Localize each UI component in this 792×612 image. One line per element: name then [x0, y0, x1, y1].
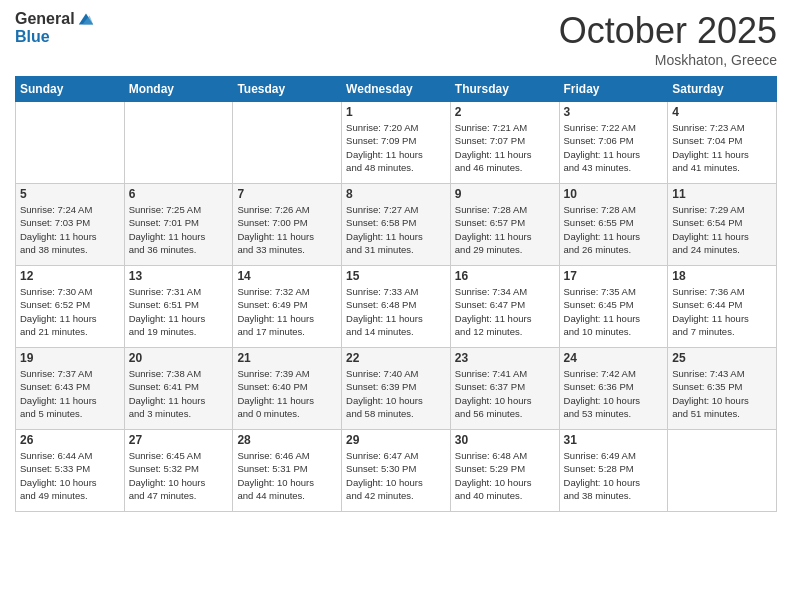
day-info: Sunrise: 7:25 AM Sunset: 7:01 PM Dayligh…	[129, 203, 229, 256]
day-number: 15	[346, 269, 446, 283]
calendar-cell-0-6: 4Sunrise: 7:23 AM Sunset: 7:04 PM Daylig…	[668, 102, 777, 184]
day-info: Sunrise: 6:48 AM Sunset: 5:29 PM Dayligh…	[455, 449, 555, 502]
calendar-cell-4-1: 27Sunrise: 6:45 AM Sunset: 5:32 PM Dayli…	[124, 430, 233, 512]
header: General Blue October 2025 Moskhaton, Gre…	[15, 10, 777, 68]
day-info: Sunrise: 7:28 AM Sunset: 6:57 PM Dayligh…	[455, 203, 555, 256]
calendar-cell-2-4: 16Sunrise: 7:34 AM Sunset: 6:47 PM Dayli…	[450, 266, 559, 348]
logo-icon	[77, 10, 95, 28]
day-info: Sunrise: 7:31 AM Sunset: 6:51 PM Dayligh…	[129, 285, 229, 338]
calendar-cell-3-0: 19Sunrise: 7:37 AM Sunset: 6:43 PM Dayli…	[16, 348, 125, 430]
day-number: 10	[564, 187, 664, 201]
title-block: October 2025 Moskhaton, Greece	[559, 10, 777, 68]
calendar-cell-4-3: 29Sunrise: 6:47 AM Sunset: 5:30 PM Dayli…	[342, 430, 451, 512]
day-number: 4	[672, 105, 772, 119]
day-number: 25	[672, 351, 772, 365]
week-row-0: 1Sunrise: 7:20 AM Sunset: 7:09 PM Daylig…	[16, 102, 777, 184]
logo: General Blue	[15, 10, 95, 46]
calendar-cell-0-5: 3Sunrise: 7:22 AM Sunset: 7:06 PM Daylig…	[559, 102, 668, 184]
day-info: Sunrise: 7:43 AM Sunset: 6:35 PM Dayligh…	[672, 367, 772, 420]
calendar-cell-4-5: 31Sunrise: 6:49 AM Sunset: 5:28 PM Dayli…	[559, 430, 668, 512]
calendar-cell-1-6: 11Sunrise: 7:29 AM Sunset: 6:54 PM Dayli…	[668, 184, 777, 266]
calendar-cell-4-2: 28Sunrise: 6:46 AM Sunset: 5:31 PM Dayli…	[233, 430, 342, 512]
day-info: Sunrise: 7:36 AM Sunset: 6:44 PM Dayligh…	[672, 285, 772, 338]
calendar-cell-3-4: 23Sunrise: 7:41 AM Sunset: 6:37 PM Dayli…	[450, 348, 559, 430]
week-row-2: 12Sunrise: 7:30 AM Sunset: 6:52 PM Dayli…	[16, 266, 777, 348]
calendar-cell-3-1: 20Sunrise: 7:38 AM Sunset: 6:41 PM Dayli…	[124, 348, 233, 430]
calendar-cell-0-0	[16, 102, 125, 184]
day-number: 16	[455, 269, 555, 283]
day-number: 26	[20, 433, 120, 447]
calendar-cell-1-3: 8Sunrise: 7:27 AM Sunset: 6:58 PM Daylig…	[342, 184, 451, 266]
day-info: Sunrise: 7:40 AM Sunset: 6:39 PM Dayligh…	[346, 367, 446, 420]
calendar-cell-1-4: 9Sunrise: 7:28 AM Sunset: 6:57 PM Daylig…	[450, 184, 559, 266]
day-info: Sunrise: 6:46 AM Sunset: 5:31 PM Dayligh…	[237, 449, 337, 502]
col-friday: Friday	[559, 77, 668, 102]
calendar-cell-1-0: 5Sunrise: 7:24 AM Sunset: 7:03 PM Daylig…	[16, 184, 125, 266]
day-number: 30	[455, 433, 555, 447]
col-monday: Monday	[124, 77, 233, 102]
day-number: 9	[455, 187, 555, 201]
calendar-cell-1-5: 10Sunrise: 7:28 AM Sunset: 6:55 PM Dayli…	[559, 184, 668, 266]
calendar-cell-2-2: 14Sunrise: 7:32 AM Sunset: 6:49 PM Dayli…	[233, 266, 342, 348]
day-number: 18	[672, 269, 772, 283]
calendar-cell-2-1: 13Sunrise: 7:31 AM Sunset: 6:51 PM Dayli…	[124, 266, 233, 348]
day-info: Sunrise: 6:44 AM Sunset: 5:33 PM Dayligh…	[20, 449, 120, 502]
day-number: 5	[20, 187, 120, 201]
day-info: Sunrise: 7:39 AM Sunset: 6:40 PM Dayligh…	[237, 367, 337, 420]
day-number: 12	[20, 269, 120, 283]
day-number: 8	[346, 187, 446, 201]
day-number: 27	[129, 433, 229, 447]
day-info: Sunrise: 7:22 AM Sunset: 7:06 PM Dayligh…	[564, 121, 664, 174]
col-sunday: Sunday	[16, 77, 125, 102]
day-number: 29	[346, 433, 446, 447]
day-info: Sunrise: 7:33 AM Sunset: 6:48 PM Dayligh…	[346, 285, 446, 338]
day-info: Sunrise: 7:26 AM Sunset: 7:00 PM Dayligh…	[237, 203, 337, 256]
calendar-cell-1-2: 7Sunrise: 7:26 AM Sunset: 7:00 PM Daylig…	[233, 184, 342, 266]
calendar-cell-0-2	[233, 102, 342, 184]
week-row-4: 26Sunrise: 6:44 AM Sunset: 5:33 PM Dayli…	[16, 430, 777, 512]
calendar-cell-3-2: 21Sunrise: 7:39 AM Sunset: 6:40 PM Dayli…	[233, 348, 342, 430]
day-info: Sunrise: 7:29 AM Sunset: 6:54 PM Dayligh…	[672, 203, 772, 256]
logo-text: General Blue	[15, 10, 95, 46]
calendar-cell-3-5: 24Sunrise: 7:42 AM Sunset: 6:36 PM Dayli…	[559, 348, 668, 430]
calendar-table: Sunday Monday Tuesday Wednesday Thursday…	[15, 76, 777, 512]
day-info: Sunrise: 7:34 AM Sunset: 6:47 PM Dayligh…	[455, 285, 555, 338]
day-info: Sunrise: 7:30 AM Sunset: 6:52 PM Dayligh…	[20, 285, 120, 338]
calendar-cell-4-4: 30Sunrise: 6:48 AM Sunset: 5:29 PM Dayli…	[450, 430, 559, 512]
day-number: 14	[237, 269, 337, 283]
calendar-cell-2-6: 18Sunrise: 7:36 AM Sunset: 6:44 PM Dayli…	[668, 266, 777, 348]
calendar-cell-0-3: 1Sunrise: 7:20 AM Sunset: 7:09 PM Daylig…	[342, 102, 451, 184]
day-info: Sunrise: 7:38 AM Sunset: 6:41 PM Dayligh…	[129, 367, 229, 420]
col-wednesday: Wednesday	[342, 77, 451, 102]
calendar-cell-2-3: 15Sunrise: 7:33 AM Sunset: 6:48 PM Dayli…	[342, 266, 451, 348]
day-info: Sunrise: 7:28 AM Sunset: 6:55 PM Dayligh…	[564, 203, 664, 256]
col-thursday: Thursday	[450, 77, 559, 102]
day-number: 3	[564, 105, 664, 119]
day-number: 21	[237, 351, 337, 365]
day-number: 1	[346, 105, 446, 119]
day-info: Sunrise: 7:20 AM Sunset: 7:09 PM Dayligh…	[346, 121, 446, 174]
calendar-cell-4-6	[668, 430, 777, 512]
day-info: Sunrise: 7:23 AM Sunset: 7:04 PM Dayligh…	[672, 121, 772, 174]
calendar-header-row: Sunday Monday Tuesday Wednesday Thursday…	[16, 77, 777, 102]
logo-general: General	[15, 10, 75, 28]
month-title: October 2025	[559, 10, 777, 52]
calendar-cell-2-5: 17Sunrise: 7:35 AM Sunset: 6:45 PM Dayli…	[559, 266, 668, 348]
calendar-cell-4-0: 26Sunrise: 6:44 AM Sunset: 5:33 PM Dayli…	[16, 430, 125, 512]
col-tuesday: Tuesday	[233, 77, 342, 102]
week-row-3: 19Sunrise: 7:37 AM Sunset: 6:43 PM Dayli…	[16, 348, 777, 430]
calendar-cell-3-6: 25Sunrise: 7:43 AM Sunset: 6:35 PM Dayli…	[668, 348, 777, 430]
day-number: 6	[129, 187, 229, 201]
day-info: Sunrise: 7:42 AM Sunset: 6:36 PM Dayligh…	[564, 367, 664, 420]
day-number: 20	[129, 351, 229, 365]
day-info: Sunrise: 7:27 AM Sunset: 6:58 PM Dayligh…	[346, 203, 446, 256]
calendar-cell-1-1: 6Sunrise: 7:25 AM Sunset: 7:01 PM Daylig…	[124, 184, 233, 266]
day-number: 17	[564, 269, 664, 283]
logo-blue: Blue	[15, 28, 95, 46]
day-info: Sunrise: 7:37 AM Sunset: 6:43 PM Dayligh…	[20, 367, 120, 420]
day-info: Sunrise: 6:47 AM Sunset: 5:30 PM Dayligh…	[346, 449, 446, 502]
day-info: Sunrise: 6:49 AM Sunset: 5:28 PM Dayligh…	[564, 449, 664, 502]
day-info: Sunrise: 7:35 AM Sunset: 6:45 PM Dayligh…	[564, 285, 664, 338]
day-number: 23	[455, 351, 555, 365]
col-saturday: Saturday	[668, 77, 777, 102]
